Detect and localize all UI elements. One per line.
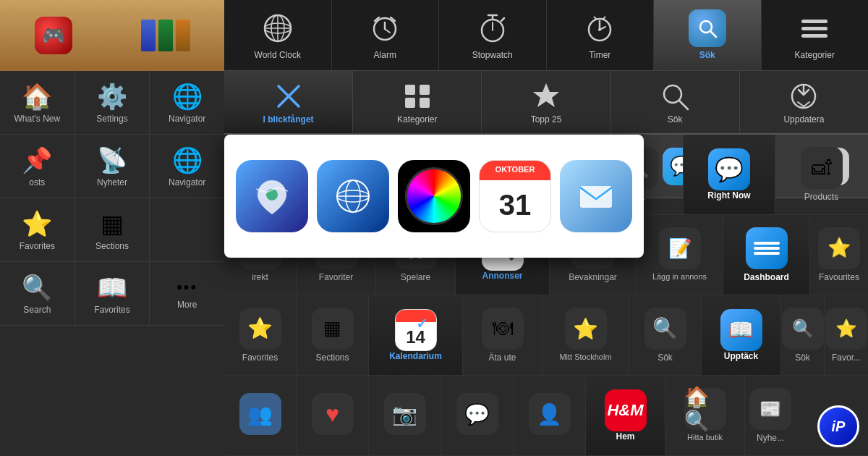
i-blickfanget-icon <box>273 80 305 112</box>
game-area: 🎮 <box>0 0 224 71</box>
timer-label: Timer <box>589 50 610 60</box>
book1 <box>141 20 156 51</box>
lagg-in-annons-label: Lägg in annons <box>652 272 707 282</box>
app-timer[interactable]: Timer <box>547 0 655 70</box>
sidebar-settings[interactable]: ⚙️ Settings <box>75 71 150 135</box>
nav-kategorier-icon <box>401 80 433 112</box>
popup-color-wheel[interactable] <box>398 160 470 232</box>
nav-i-blickfanget[interactable]: I blickfånget <box>224 71 353 133</box>
grid-products[interactable]: 🛋 Products <box>775 135 867 214</box>
products-label: Products <box>804 192 838 202</box>
nav-kategorier[interactable]: Kategorier <box>353 71 482 133</box>
book3 <box>176 20 190 51</box>
timer-icon <box>581 9 618 47</box>
grid-camera[interactable]: 📷 <box>369 376 441 455</box>
navigator-icon: 🌐 <box>172 82 203 111</box>
nav-sok-label: Sök <box>668 114 683 124</box>
cal-header: OKTOBER <box>480 161 550 178</box>
svg-rect-25 <box>405 98 415 108</box>
mitt-stockholm-label: Mitt Stockholm <box>559 352 611 362</box>
grid-favorites3[interactable]: ⭐ Favorites <box>224 295 297 375</box>
kategorier-icon <box>796 9 833 47</box>
grid-dashboard[interactable]: Dashboard <box>723 215 810 295</box>
whats-new-label: What's New <box>14 114 61 124</box>
hitta-butik-icon: 🏠🔍 <box>684 388 726 430</box>
sidebar-navigator[interactable]: 🌐 Navigator <box>150 71 224 135</box>
lagg-in-annons-icon: 📝 <box>659 227 701 269</box>
grid-right-now[interactable]: 💬 Right Now <box>684 135 775 214</box>
svg-rect-26 <box>420 98 430 108</box>
favourites-label: Favourites <box>819 272 859 282</box>
grid-sok3[interactable]: 🔍 Sök <box>629 295 702 375</box>
grid-nyheter2[interactable]: 📰 Nyhe... <box>745 376 796 455</box>
camera-icon: 📷 <box>384 393 426 435</box>
favourites-icon: ⭐ <box>818 227 860 269</box>
svg-line-7 <box>385 29 390 33</box>
grid-hm[interactable]: H&M Hem <box>586 376 665 455</box>
popup-maps[interactable] <box>236 160 308 232</box>
grid-chat[interactable]: 💬 <box>441 376 514 455</box>
game-books <box>141 20 190 51</box>
cal-day: 31 <box>499 178 532 232</box>
nav-uppdatera-label: Uppdatera <box>783 114 824 124</box>
upptack-label: Upptäck <box>724 351 758 361</box>
svg-rect-23 <box>405 85 415 95</box>
app-sok[interactable]: Sök <box>654 0 762 70</box>
grid-sections2[interactable]: ▦ Sections <box>297 295 369 375</box>
chat-icon: 💬 <box>456 393 498 435</box>
popup-globe[interactable] <box>317 160 389 232</box>
grid-row-2: ⭐ Favorites ▦ Sections 14 ✓ Kalendarium <box>224 295 868 376</box>
settings-icon: ⚙️ <box>97 82 127 111</box>
app-kategorier[interactable]: Kategorier <box>762 0 869 70</box>
sidebar-row-0: 🏠 What's New ⚙️ Settings 🌐 Navigator <box>0 71 224 135</box>
grid-favor[interactable]: ⭐ Favor... <box>825 295 868 375</box>
sections2-label: Sections <box>315 352 349 363</box>
grid-ata-ute[interactable]: 🍽 Äta ute <box>463 295 542 375</box>
alarm-label: Alarm <box>374 50 396 60</box>
grid-mitt-stockholm[interactable]: ⭐ Mitt Stockholm <box>542 295 629 375</box>
sok4-icon: 🔍 <box>782 308 824 350</box>
kal-checkmark: ✓ <box>416 315 428 332</box>
grid-users[interactable]: 👥 <box>224 376 297 455</box>
spelare-label: Spelare <box>401 272 430 282</box>
game-icon[interactable]: 🎮 <box>35 17 72 54</box>
color-wheel-visual <box>405 167 463 225</box>
app-world-clock[interactable]: World Clock <box>224 0 332 70</box>
grid-lagg-in-annons[interactable]: 📝 Lägg in annons <box>637 215 723 295</box>
nav-uppdatera[interactable]: Uppdatera <box>740 71 868 133</box>
grid-favourites[interactable]: ⭐ Favourites <box>810 215 868 295</box>
grid-hitta-butik[interactable]: 🏠🔍 Hitta butik <box>665 376 745 455</box>
ip-badge-text: iP <box>832 418 846 435</box>
grid-heart[interactable]: ♥ <box>297 376 369 455</box>
kal-label: Kalendarium <box>389 351 442 361</box>
popup-mail[interactable] <box>560 160 632 232</box>
nyheter2-label: Nyhe... <box>757 433 784 443</box>
svg-line-29 <box>679 101 688 109</box>
stopwatch-icon <box>474 9 511 47</box>
bevakningar-label: Bevakningar <box>569 272 617 282</box>
app-stopwatch[interactable]: Stopwatch <box>439 0 547 70</box>
grid-kalendarium[interactable]: 14 ✓ Kalendarium <box>369 295 463 375</box>
svg-point-16 <box>598 28 601 31</box>
ip-badge[interactable]: iP <box>817 405 859 447</box>
favor-label: Favor... <box>832 352 861 363</box>
upptack-icon: 📖 <box>720 309 762 351</box>
grid-contacts[interactable]: 👤 <box>514 376 586 455</box>
app-alarm[interactable]: Alarm <box>332 0 440 70</box>
nav-sok[interactable]: Sök <box>611 71 740 133</box>
hm-icon: H&M <box>605 389 647 431</box>
kategorier-label: Kategorier <box>795 50 835 60</box>
appstore-nav: I blickfånget Kategorier Topp 25 <box>224 71 868 135</box>
kal-wrap: 14 ✓ <box>395 309 437 351</box>
grid-sok4[interactable]: 🔍 Sök <box>781 295 825 375</box>
sidebar-whats-new[interactable]: 🏠 What's New <box>0 71 75 135</box>
sok3-icon: 🔍 <box>644 308 686 350</box>
nav-topp25[interactable]: Topp 25 <box>482 71 610 133</box>
grid-upptack[interactable]: 📖 Upptäck <box>702 295 781 375</box>
navigator-label: Navigator <box>169 114 205 124</box>
nyheter2-icon: 📰 <box>749 388 791 430</box>
settings-label: Settings <box>96 114 127 124</box>
contacts-icon: 👤 <box>529 393 571 435</box>
svg-line-18 <box>710 31 716 37</box>
popup-calendar[interactable]: OKTOBER 31 <box>479 160 551 232</box>
